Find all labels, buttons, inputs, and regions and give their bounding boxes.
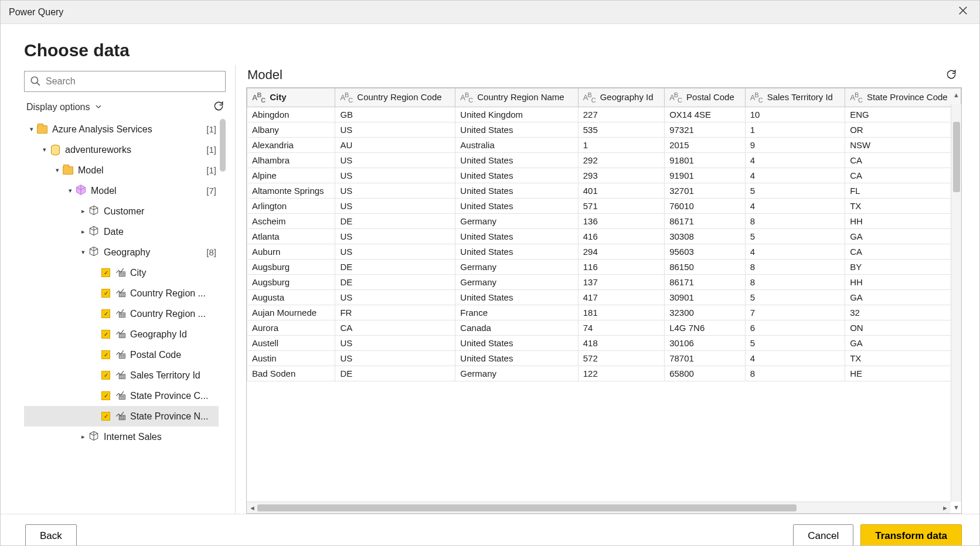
table-cell: 418 <box>578 335 664 350</box>
checkbox-checked[interactable] <box>101 412 110 421</box>
column-icon <box>114 410 127 423</box>
table-row[interactable]: AlhambraUSUnited States292918014CA <box>247 152 961 168</box>
vertical-scroll-thumb[interactable] <box>953 122 960 192</box>
expand-arrow-icon[interactable]: ▾ <box>66 187 74 194</box>
table-cell: 4 <box>745 168 845 183</box>
table-row[interactable]: AugustaUSUnited States417309015GA <box>247 289 961 305</box>
checkbox-checked[interactable] <box>101 309 110 318</box>
expand-arrow-icon[interactable]: ▾ <box>28 125 36 133</box>
table-cell: GA <box>845 228 961 244</box>
table-row[interactable]: AugsburgDEGermany116861508BY <box>247 259 961 274</box>
table-row[interactable]: AustinUSUnited States572787014TX <box>247 350 961 366</box>
column-header[interactable]: ABC State Province Code <box>845 88 961 107</box>
tree-node[interactable]: ▸Country Region ... <box>24 283 219 303</box>
table-cell: GA <box>845 289 961 305</box>
table-row[interactable]: AlbanyUSUnited States535973211OR <box>247 122 961 137</box>
table-cell: 227 <box>578 107 664 122</box>
tree-node[interactable]: ▸Internet Sales <box>24 426 219 447</box>
expand-arrow-icon[interactable]: ▾ <box>53 166 62 174</box>
scroll-right-icon[interactable]: ► <box>942 504 948 511</box>
tree-node[interactable]: ▸City <box>24 262 219 283</box>
column-header[interactable]: ABC Sales Territory Id <box>745 88 845 107</box>
checkbox-checked[interactable] <box>101 371 110 380</box>
checkbox-checked[interactable] <box>101 350 110 359</box>
tree-node[interactable]: ▸Postal Code <box>24 344 219 365</box>
tree-node[interactable]: ▾Model[7] <box>24 180 219 201</box>
display-options[interactable]: Display options <box>24 97 226 119</box>
table-cell: GB <box>335 107 455 122</box>
transform-data-button[interactable]: Transform data <box>860 524 962 547</box>
column-header[interactable]: ABC Country Region Code <box>335 88 455 107</box>
table-row[interactable]: ArlingtonUSUnited States571760104TX <box>247 198 961 213</box>
tree-node[interactable]: ▸Customer <box>24 201 219 221</box>
table-row[interactable]: Aujan MournedeFRFrance18132300732 <box>247 305 961 320</box>
table-cell: Ascheim <box>247 213 335 228</box>
expand-arrow-icon[interactable]: ▾ <box>40 146 49 153</box>
collapse-arrow-icon[interactable]: ▸ <box>79 207 87 215</box>
tree-node[interactable]: ▸Sales Territory Id <box>24 365 219 385</box>
tree-node[interactable]: ▾adventureworks[1] <box>24 139 219 160</box>
checkbox-checked[interactable] <box>101 391 110 400</box>
tree-node[interactable]: ▸State Province C... <box>24 385 219 406</box>
collapse-arrow-icon[interactable]: ▸ <box>79 228 87 236</box>
checkbox-checked[interactable] <box>101 289 110 298</box>
refresh-tree-icon[interactable] <box>213 100 224 114</box>
table-row[interactable]: AustellUSUnited States418301065GA <box>247 335 961 350</box>
table-cell: Germany <box>455 366 578 381</box>
table-cell: United States <box>455 152 578 168</box>
column-header[interactable]: ABC Geography Id <box>578 88 664 107</box>
expand-arrow-icon[interactable]: ▾ <box>79 248 87 256</box>
scroll-up-icon[interactable]: ▲ <box>953 91 959 98</box>
table-row[interactable]: AugsburgDEGermany137861718HH <box>247 274 961 289</box>
horizontal-scrollbar[interactable]: ◄ ► <box>247 501 951 513</box>
vertical-scrollbar[interactable]: ▲ ▼ <box>951 104 961 501</box>
table-icon <box>87 226 100 238</box>
table-row[interactable]: AlexandriaAUAustralia120159NSW <box>247 137 961 152</box>
table-cell: Austin <box>247 350 335 366</box>
tree-node[interactable]: ▸Geography Id <box>24 324 219 344</box>
tree-node[interactable]: ▾Model[1] <box>24 160 219 180</box>
table-cell: 30901 <box>665 289 746 305</box>
close-icon[interactable] <box>955 2 971 22</box>
table-row[interactable]: AbingdonGBUnited Kingdom227OX14 4SE10ENG <box>247 107 961 122</box>
collapse-arrow-icon[interactable]: ▸ <box>79 433 87 441</box>
table-cell: 32701 <box>665 183 746 198</box>
table-cell: Australia <box>455 137 578 152</box>
table-cell: Germany <box>455 259 578 274</box>
tree-node[interactable]: ▸Country Region ... <box>24 303 219 324</box>
tree-node[interactable]: ▸State Province N... <box>24 406 219 426</box>
checkbox-checked[interactable] <box>101 330 110 339</box>
scroll-down-icon[interactable]: ▼ <box>953 504 959 511</box>
table-row[interactable]: AuroraCACanada74L4G 7N66ON <box>247 320 961 335</box>
table-cell: FL <box>845 183 961 198</box>
table-cell: 32300 <box>665 305 746 320</box>
table-row[interactable]: Bad SodenDEGermany122658008HE <box>247 366 961 381</box>
search-input[interactable] <box>24 71 226 92</box>
column-header[interactable]: ABC City <box>247 88 335 107</box>
table-row[interactable]: AtlantaUSUnited States416303085GA <box>247 228 961 244</box>
titlebar-title: Power Query <box>9 7 63 18</box>
table-cell: 86171 <box>665 213 746 228</box>
tree-node-count: [1] <box>206 165 216 175</box>
table-cell: Aujan Mournede <box>247 305 335 320</box>
tree-node[interactable]: ▾Azure Analysis Services[1] <box>24 119 219 139</box>
table-row[interactable]: AlpineUSUnited States293919014CA <box>247 168 961 183</box>
checkbox-checked[interactable] <box>101 268 110 277</box>
back-button[interactable]: Back <box>25 524 77 547</box>
tree-node[interactable]: ▸Date <box>24 221 219 242</box>
cancel-button[interactable]: Cancel <box>793 524 853 547</box>
refresh-preview-icon[interactable] <box>945 69 957 82</box>
table-cell: Altamonte Springs <box>247 183 335 198</box>
scroll-left-icon[interactable]: ◄ <box>249 504 256 511</box>
tree-node[interactable]: ▾Geography[8] <box>24 242 219 262</box>
tree-scrollbar[interactable] <box>220 119 226 172</box>
table-cell: Augusta <box>247 289 335 305</box>
column-header[interactable]: ABC Country Region Name <box>455 88 578 107</box>
table-row[interactable]: Altamonte SpringsUSUnited States40132701… <box>247 183 961 198</box>
page-title: Choose data <box>24 40 956 60</box>
horizontal-scroll-thumb[interactable] <box>257 504 797 511</box>
table-row[interactable]: AscheimDEGermany136861718HH <box>247 213 961 228</box>
table-cell: 86171 <box>665 274 746 289</box>
column-header[interactable]: ABC Postal Code <box>665 88 746 107</box>
table-row[interactable]: AuburnUSUnited States294956034CA <box>247 244 961 259</box>
